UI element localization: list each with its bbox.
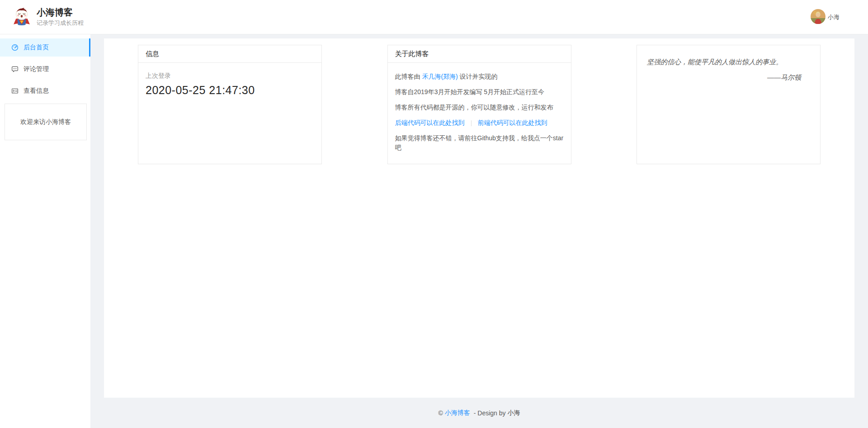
author-link[interactable]: 禾几海(郑海) <box>422 73 458 80</box>
site-subtitle: 记录学习成长历程 <box>37 19 84 27</box>
sidebar: 后台首页 评论管理 <box>0 34 90 428</box>
sidebar-item-label: 查看信息 <box>24 87 49 95</box>
copyright-symbol: © <box>438 409 443 417</box>
sidebar-item-label: 评论管理 <box>24 65 49 73</box>
idcard-icon <box>11 87 19 95</box>
last-login-label: 上次登录 <box>146 72 314 80</box>
user-avatar[interactable] <box>811 9 826 25</box>
about-line-author: 此博客由 禾几海(郑海) 设计并实现的 <box>395 72 564 81</box>
body-row: 后台首页 评论管理 <box>0 34 868 428</box>
about-card-title: 关于此博客 <box>388 45 571 63</box>
about-line-opensource: 博客所有代码都是开源的，你可以随意修改，运行和发布 <box>395 103 564 112</box>
site-title: 小海博客 <box>37 7 84 18</box>
footer-middle-text: - Design by <box>474 409 506 417</box>
page-footer: © 小海博客 - Design by 小海 <box>90 398 868 428</box>
info-card: 信息 上次登录 2020-05-25 21:47:30 <box>138 45 322 164</box>
sidebar-item-dashboard[interactable]: 后台首页 <box>0 38 90 57</box>
welcome-box: 欢迎来访小海博客 <box>5 104 87 140</box>
page: 小海博客 记录学习成长历程 小海 <box>0 0 868 428</box>
footer-designer: 小海 <box>508 409 520 417</box>
content-panel: 信息 上次登录 2020-05-25 21:47:30 关于此博客 此博客由 禾… <box>104 38 854 398</box>
frontend-code-link[interactable]: 前端代码可以在此处找到 <box>478 119 547 126</box>
about-line-history: 博客自2019年3月开始开发编写 5月开始正式运行至今 <box>395 87 564 97</box>
brand-text: 小海博客 记录学习成长历程 <box>37 7 84 27</box>
sidebar-item-label: 后台首页 <box>24 43 49 52</box>
welcome-text: 欢迎来访小海博客 <box>20 118 71 126</box>
sidebar-item-comments[interactable]: 评论管理 <box>0 60 90 78</box>
blog-logo-icon <box>12 7 31 27</box>
app-header: 小海博客 记录学习成长历程 小海 <box>0 0 868 34</box>
about-card-body: 此博客由 禾几海(郑海) 设计并实现的 博客自2019年3月开始开发编写 5月开… <box>388 63 571 162</box>
about-card: 关于此博客 此博客由 禾几海(郑海) 设计并实现的 博客自2019年3月开始开发… <box>387 45 571 164</box>
dashboard-icon <box>11 44 19 51</box>
link-divider <box>471 120 472 126</box>
main-area: 信息 上次登录 2020-05-25 21:47:30 关于此博客 此博客由 禾… <box>90 34 868 428</box>
backend-code-link[interactable]: 后端代码可以在此处找到 <box>395 119 465 126</box>
quote-card: 坚强的信心，能使平凡的人做出惊人的事业。 ——马尔顿 <box>637 45 821 164</box>
sidebar-item-view-info[interactable]: 查看信息 <box>0 82 90 100</box>
about-line1-prefix: 此博客由 <box>395 73 420 80</box>
user-menu[interactable]: 小海 <box>811 9 840 25</box>
brand: 小海博客 记录学习成长历程 <box>12 7 84 27</box>
about-line-star: 如果觉得博客还不错，请前往Github支持我，给我点一个star吧 <box>395 133 564 152</box>
user-name[interactable]: 小海 <box>828 13 840 21</box>
quote-author: ——马尔顿 <box>647 73 810 82</box>
info-card-body: 上次登录 2020-05-25 21:47:30 <box>138 63 321 102</box>
last-login-value: 2020-05-25 21:47:30 <box>146 84 314 97</box>
info-card-title: 信息 <box>138 45 321 63</box>
footer-site-link[interactable]: 小海博客 <box>445 409 470 417</box>
quote-text: 坚强的信心，能使平凡的人做出惊人的事业。 <box>647 57 810 67</box>
sidebar-menu: 后台首页 评论管理 <box>0 38 90 100</box>
comment-icon <box>11 66 19 73</box>
about-line-links: 后端代码可以在此处找到前端代码可以在此处找到 <box>395 118 564 128</box>
about-line1-suffix: 设计并实现的 <box>460 73 498 80</box>
cards-row: 信息 上次登录 2020-05-25 21:47:30 关于此博客 此博客由 禾… <box>138 45 821 164</box>
